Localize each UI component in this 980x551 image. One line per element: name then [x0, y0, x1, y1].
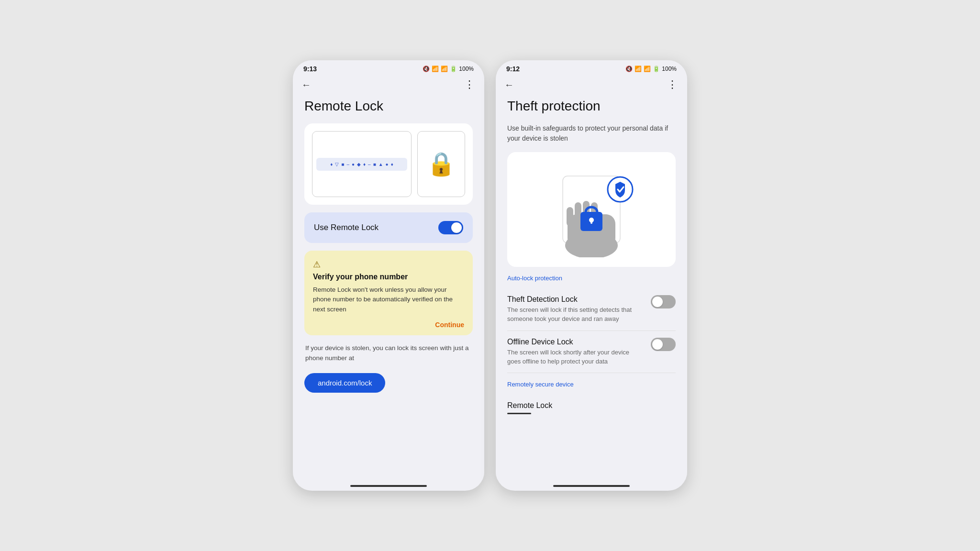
remotely-secure-section-label: Remotely secure device — [507, 381, 676, 388]
offline-device-lock-title: Offline Device Lock — [507, 338, 643, 346]
right-mute-icon: 🔇 — [625, 66, 633, 72]
dot-5: ● — [352, 162, 355, 167]
left-top-bar: ← ⋮ — [293, 75, 484, 95]
dot-12: ♦ — [391, 162, 393, 167]
right-top-bar: ← ⋮ — [496, 75, 687, 95]
use-remote-lock-row[interactable]: Use Remote Lock — [304, 212, 473, 243]
left-battery-pct: 100% — [459, 66, 474, 72]
remote-lock-description: If your device is stolen, you can lock i… — [304, 343, 473, 364]
dot-4: – — [346, 162, 349, 167]
right-page-title: Theft protection — [507, 99, 676, 114]
right-battery-icon: 🔋 — [653, 66, 660, 72]
right-more-button[interactable]: ⋮ — [667, 78, 679, 91]
svg-rect-10 — [590, 220, 592, 224]
remote-lock-text: Remote Lock — [507, 401, 676, 414]
offline-device-lock-text: Offline Device Lock The screen will lock… — [507, 338, 651, 366]
right-phone-frame: 9:12 🔇 📶 📶 🔋 100% ← ⋮ Theft protection U… — [496, 60, 687, 491]
theft-subtitle: Use built-in safeguards to protect your … — [507, 123, 676, 143]
right-back-button[interactable]: ← — [504, 79, 514, 90]
dot-2: ▽ — [335, 162, 339, 167]
dot-7: ♦ — [363, 162, 366, 167]
warning-title: Verify your phone number — [313, 273, 464, 281]
android-lock-button[interactable]: android.com/lock — [304, 373, 385, 393]
dot-1: ♦ — [330, 162, 333, 167]
warning-card: ⚠ Verify your phone number Remote Lock w… — [304, 251, 473, 335]
bottom-nav-indicator — [350, 485, 427, 487]
theft-detection-lock-text: Theft Detection Lock The screen will loc… — [507, 295, 651, 324]
theft-illustration — [507, 152, 676, 267]
theft-detection-lock-desc: The screen will lock if this setting det… — [507, 306, 643, 324]
right-battery-pct: 100% — [662, 66, 677, 72]
use-remote-lock-toggle[interactable] — [438, 221, 463, 234]
theft-detection-lock-title: Theft Detection Lock — [507, 295, 643, 304]
wifi-icon: 📶 — [432, 66, 439, 72]
dot-8: – — [368, 162, 371, 167]
left-more-button[interactable]: ⋮ — [464, 78, 476, 91]
lock-icon: 🔒 — [427, 151, 456, 177]
use-remote-lock-label: Use Remote Lock — [314, 223, 379, 232]
mute-icon: 🔇 — [423, 66, 430, 72]
svg-rect-3 — [567, 207, 573, 226]
offline-device-toggle[interactable] — [651, 338, 676, 351]
offline-device-lock-row[interactable]: Offline Device Lock The screen will lock… — [507, 331, 676, 374]
auto-lock-section-label: Auto-lock protection — [507, 275, 676, 282]
left-status-icons: 🔇 📶 📶 🔋 100% — [423, 66, 474, 72]
left-phone-frame: 9:13 🔇 📶 📶 🔋 100% ← ⋮ Remote Lock ♦ ▽ ■ … — [293, 60, 484, 491]
dot-9: ■ — [373, 162, 376, 167]
remote-lock-underline — [507, 413, 531, 414]
pattern-dots-display: ♦ ▽ ■ – ● ◆ ♦ – ■ ▲ ● ♦ — [316, 158, 407, 171]
theft-svg — [529, 162, 654, 257]
dot-3: ■ — [341, 162, 344, 167]
theft-detection-toggle[interactable] — [651, 295, 676, 309]
right-wifi-icon: 📶 — [635, 66, 642, 72]
offline-device-lock-desc: The screen will lock shortly after your … — [507, 348, 643, 366]
left-back-button[interactable]: ← — [301, 79, 311, 90]
left-page-content: Remote Lock ♦ ▽ ■ – ● ◆ ♦ – ■ ▲ ● ♦ — [293, 95, 484, 480]
right-signal-icon: 📶 — [644, 66, 651, 72]
right-bottom-nav-indicator — [553, 485, 630, 487]
right-page-content: Theft protection Use built-in safeguards… — [496, 95, 687, 480]
svg-rect-4 — [575, 202, 581, 221]
warning-icon: ⚠ — [313, 259, 464, 270]
right-status-icons: 🔇 📶 📶 🔋 100% — [625, 66, 677, 72]
dot-10: ▲ — [379, 162, 383, 167]
dot-11: ● — [386, 162, 389, 167]
hand-lock-graphic — [517, 162, 666, 257]
left-time: 9:13 — [303, 65, 317, 73]
signal-icon: 📶 — [441, 66, 448, 72]
continue-button[interactable]: Continue — [313, 321, 464, 329]
dot-6: ◆ — [357, 162, 361, 167]
left-status-bar: 9:13 🔇 📶 📶 🔋 100% — [293, 60, 484, 75]
battery-icon: 🔋 — [450, 66, 457, 72]
warning-body: Remote Lock won't work unless you allow … — [313, 285, 464, 314]
lock-illustration: ♦ ▽ ■ – ● ◆ ♦ – ■ ▲ ● ♦ 🔒 — [304, 123, 473, 205]
remote-lock-title: Remote Lock — [507, 401, 668, 410]
lock-icon-panel: 🔒 — [417, 131, 465, 197]
remote-lock-row[interactable]: Remote Lock — [507, 395, 676, 421]
right-status-bar: 9:12 🔇 📶 📶 🔋 100% — [496, 60, 687, 75]
pattern-panel: ♦ ▽ ■ – ● ◆ ♦ – ■ ▲ ● ♦ — [312, 131, 412, 197]
right-time: 9:12 — [506, 65, 520, 73]
left-page-title: Remote Lock — [304, 99, 473, 114]
theft-detection-lock-row[interactable]: Theft Detection Lock The screen will loc… — [507, 288, 676, 331]
